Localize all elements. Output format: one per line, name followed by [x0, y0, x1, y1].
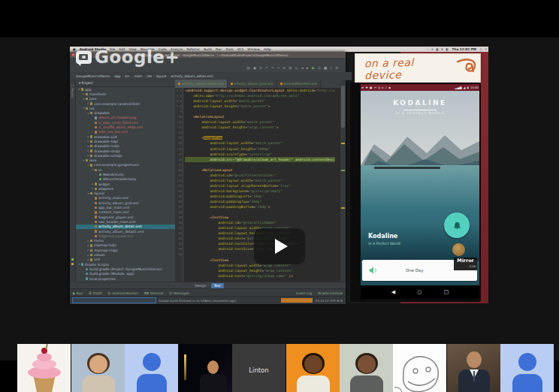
play-button[interactable]: [254, 228, 305, 264]
breadcrumb-item[interactable]: main: [134, 74, 143, 78]
scrollbar-thumb[interactable]: [341, 86, 345, 128]
menubar-status-icon[interactable]: ⌁: [427, 47, 428, 51]
speaker-icon[interactable]: [368, 265, 379, 276]
phone-notification-icon: ✚: [365, 86, 367, 89]
code-line: android:src="@drawable/album_art_header"…: [185, 157, 335, 162]
tool-window-button[interactable]: ⌨ Terminal: [144, 291, 164, 295]
paste-icon[interactable]: ▥: [289, 66, 292, 70]
tool-window-button[interactable]: Event Log: [296, 291, 312, 295]
phone-notification-icon: ✉: [374, 86, 376, 89]
menu-item-refactor[interactable]: Refactor: [186, 47, 200, 51]
participant-tile-webcam[interactable]: [340, 344, 393, 392]
participant-tile-portrait-orange[interactable]: [286, 344, 340, 392]
stop-icon[interactable]: ■: [324, 66, 327, 70]
window-title: activity_album_detail.xml - GoogleMusicU…: [83, 53, 346, 57]
back-nav-icon[interactable]: ◀: [391, 289, 395, 295]
close-window-icon[interactable]: [72, 53, 75, 56]
menu-item-android-studio[interactable]: Android Studio: [80, 47, 106, 51]
fab-button[interactable]: [444, 213, 470, 238]
cupcake-stem: [45, 344, 47, 349]
menubar-status-icon[interactable]: ▦: [436, 47, 439, 51]
participant-tile-default-avatar[interactable]: [125, 344, 178, 392]
participant-tile-portrait-man[interactable]: [71, 344, 125, 392]
editor-tab[interactable]: activity_album_detail.xml: [175, 80, 228, 88]
editor-tab[interactable]: AndroidManifest.xml: [277, 80, 322, 88]
menubar-status-icon[interactable]: ≋: [431, 47, 434, 51]
menu-item-analyze[interactable]: Analyze: [171, 47, 183, 51]
project-tree-header[interactable]: ▾ Project: [76, 80, 175, 87]
toggle-design[interactable]: Design: [192, 283, 209, 288]
menu-item-run[interactable]: Run: [216, 47, 222, 51]
window-titlebar[interactable]: activity_album_detail.xml - GoogleMusicU…: [70, 52, 346, 58]
participant-tile-name-card[interactable]: Linton: [232, 344, 286, 392]
project-tree-panel[interactable]: ▾ Project ▾app▸manifests▾java▸com.exampl…: [76, 80, 175, 282]
cut-icon[interactable]: ✂: [277, 66, 280, 70]
breadcrumb-item[interactable]: app: [114, 74, 120, 78]
device-icon[interactable]: ▯: [330, 66, 332, 70]
code-line: android:text="@string/album_name" />: [185, 273, 335, 279]
participant-tile-portrait-suit[interactable]: [447, 344, 500, 392]
menubar-status-icon[interactable]: ○: [479, 47, 482, 51]
menu-item-view[interactable]: View: [129, 47, 137, 51]
home-nav-icon[interactable]: ○: [417, 289, 422, 295]
find-icon[interactable]: ◎: [295, 66, 298, 70]
menu-item-edit[interactable]: Edit: [119, 47, 125, 51]
folder-icon: [95, 188, 97, 190]
tree-item-label: activity_album_grid.xml: [98, 201, 139, 205]
album-thumb[interactable]: [452, 243, 465, 256]
tree-item[interactable]: build.gradle (Project: GoogleMusicUIDemo…: [76, 267, 175, 271]
sync-icon[interactable]: ⟳: [259, 66, 262, 70]
menubar-clock[interactable]: Thu 12:02 PM: [452, 47, 476, 51]
xml-file-icon: [95, 235, 97, 237]
menubar-status-icon[interactable]: ⚙: [441, 47, 443, 51]
tool-window-button[interactable]: Gradle Console: [318, 291, 343, 295]
menubar-status-icon[interactable]: ☰: [485, 47, 487, 51]
tree-item[interactable]: local.properties: [76, 276, 175, 281]
participant-tile-troll-face[interactable]: [393, 344, 446, 392]
participant-tile-cupcake[interactable]: [17, 344, 71, 392]
open-icon[interactable]: ▤: [246, 66, 249, 70]
menu-item-vcs[interactable]: VCS: [237, 47, 243, 51]
editor-tab[interactable]: activity_album_grid.xml: [228, 80, 277, 88]
breadcrumb-item[interactable]: res: [147, 74, 152, 78]
tool-window-button[interactable]: ▶ Run: [73, 291, 83, 295]
debug-icon[interactable]: ☲: [318, 66, 321, 70]
minimize-window-icon[interactable]: [77, 53, 80, 56]
save-all-icon[interactable]: ▣: [253, 66, 256, 70]
copy-icon[interactable]: ⧉: [283, 66, 286, 70]
run-icon[interactable]: ▶: [312, 66, 315, 70]
mirror-label: Mirror: [454, 258, 477, 264]
menu-item-navigate[interactable]: Navigate: [141, 47, 155, 51]
menu-item-help[interactable]: Help: [264, 47, 271, 51]
face: [304, 355, 322, 373]
tool-window-button[interactable]: 0: Messages: [169, 291, 189, 295]
participant-tile-default-avatar[interactable]: [500, 344, 554, 392]
undo-icon[interactable]: ↶: [265, 66, 268, 70]
menu-item-file[interactable]: File: [110, 47, 115, 51]
tool-window-strip[interactable]: 1: Project: [70, 80, 76, 282]
breadcrumb-item[interactable]: src: [125, 74, 129, 78]
folder-icon: [90, 258, 92, 261]
editor-scrollbar[interactable]: [340, 80, 346, 282]
tool-window-button[interactable]: ☰ TODO: [89, 291, 102, 295]
breadcrumb-item[interactable]: GoogleMusicUIDemo: [76, 74, 110, 78]
code-line: android:paddingLeft="16dp": [185, 194, 335, 199]
menu-item-build[interactable]: Build: [204, 47, 212, 51]
menu-item-window[interactable]: Window: [247, 47, 260, 51]
project-strip-label[interactable]: 1: Project: [71, 84, 74, 98]
back-icon[interactable]: ◄: [301, 66, 304, 70]
menu-item-tools[interactable]: Tools: [225, 47, 233, 51]
tool-window-button[interactable]: 6: Android Monitor: [108, 291, 138, 295]
redo-icon[interactable]: ↷: [271, 66, 274, 70]
forward-icon[interactable]: ►: [307, 66, 310, 70]
participant-tile-night-photo[interactable]: [179, 344, 232, 392]
toggle-text[interactable]: Text: [211, 283, 224, 288]
menu-item-code[interactable]: Code: [159, 47, 167, 51]
code-line: android:scaleType="centerCrop": [185, 152, 335, 157]
recents-nav-icon[interactable]: ▢: [444, 289, 449, 295]
settings-icon[interactable]: ⚙: [335, 66, 338, 70]
breadcrumb-item[interactable]: layout: [156, 74, 167, 78]
menubar-status-icon[interactable]: ◧: [446, 47, 449, 51]
tree-item-label: activity_album_detail2.xml: [98, 230, 144, 234]
breadcrumb-item[interactable]: activity_album_detail.xml: [171, 74, 213, 78]
